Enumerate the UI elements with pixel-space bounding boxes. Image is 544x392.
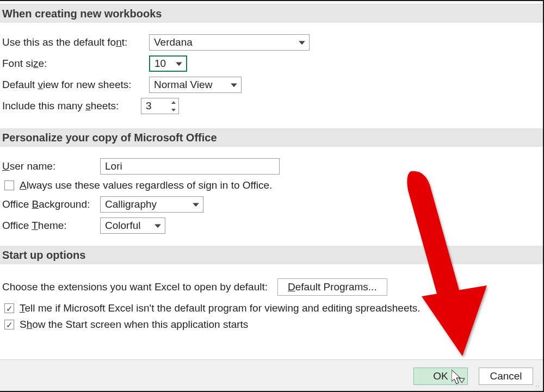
font-size-combo[interactable]: 10 bbox=[149, 55, 187, 72]
font-size-value: 10 bbox=[154, 58, 166, 70]
section-title-personalize: Personalize your copy of Microsoft Offic… bbox=[2, 132, 217, 144]
startup-content: Choose the extensions you want Excel to … bbox=[0, 264, 544, 331]
username-value: Lori bbox=[105, 160, 122, 172]
default-programs-button[interactable]: Default Programs... bbox=[277, 278, 387, 296]
svg-marker-1 bbox=[176, 62, 182, 66]
cancel-button[interactable]: Cancel bbox=[479, 368, 533, 385]
show-start-checkbox[interactable] bbox=[4, 320, 14, 329]
top-strip bbox=[0, 0, 544, 4]
section-title-workbooks: When creating new workbooks bbox=[2, 8, 162, 20]
office-background-value: Calligraphy bbox=[105, 198, 157, 210]
always-use-label: Always use these values regardless of si… bbox=[20, 179, 272, 191]
office-theme-combo[interactable]: Colorful bbox=[100, 217, 165, 234]
svg-marker-6 bbox=[154, 224, 161, 228]
spinner-up-icon[interactable] bbox=[169, 98, 178, 106]
default-font-value: Verdana bbox=[154, 36, 193, 48]
section-title-startup: Start up options bbox=[2, 249, 85, 262]
cancel-label: Cancel bbox=[490, 370, 522, 382]
spinner-down-icon[interactable] bbox=[169, 106, 178, 114]
tell-me-label: Tell me if Microsoft Excel isn't the def… bbox=[20, 302, 421, 314]
dialog-footer: OK Cancel .:::. bbox=[0, 359, 544, 392]
section-header-workbooks: When creating new workbooks bbox=[0, 4, 544, 23]
ok-label: OK bbox=[433, 370, 448, 382]
spinner-buttons[interactable] bbox=[169, 98, 178, 114]
chevron-down-icon bbox=[176, 62, 182, 66]
ok-button[interactable]: OK bbox=[413, 368, 468, 385]
svg-marker-3 bbox=[171, 101, 176, 104]
resize-grip-icon[interactable]: .:::. bbox=[535, 382, 542, 390]
sheets-count-value: 3 bbox=[146, 100, 152, 112]
font-size-label: Font size: bbox=[2, 58, 149, 70]
chevron-down-icon bbox=[193, 203, 199, 207]
svg-marker-0 bbox=[299, 41, 305, 45]
section-header-startup: Start up options bbox=[0, 246, 544, 264]
options-dialog: When creating new workbooks Use this as … bbox=[0, 0, 544, 392]
default-font-combo[interactable]: Verdana bbox=[149, 34, 310, 51]
default-view-combo[interactable]: Normal View bbox=[149, 77, 242, 93]
chevron-down-icon bbox=[231, 83, 237, 87]
default-view-value: Normal View bbox=[154, 79, 212, 91]
svg-marker-5 bbox=[193, 203, 199, 207]
personalize-content: User name: Lori Always use these values … bbox=[0, 147, 544, 234]
tell-me-checkbox[interactable] bbox=[4, 303, 14, 313]
username-input[interactable]: Lori bbox=[100, 158, 280, 175]
office-theme-value: Colorful bbox=[105, 220, 140, 232]
office-background-combo[interactable]: Calligraphy bbox=[100, 196, 203, 213]
svg-marker-4 bbox=[171, 109, 176, 111]
office-theme-label: Office Theme: bbox=[2, 220, 100, 232]
chevron-down-icon bbox=[299, 41, 305, 45]
sheets-count-spinner[interactable]: 3 bbox=[141, 98, 179, 114]
username-label: User name: bbox=[2, 160, 100, 172]
workbooks-content: Use this as the default font: Verdana Fo… bbox=[0, 23, 544, 114]
chevron-down-icon bbox=[154, 224, 161, 228]
section-header-personalize: Personalize your copy of Microsoft Offic… bbox=[0, 128, 544, 147]
sheets-count-label: Include this many sheets: bbox=[2, 100, 141, 112]
svg-marker-2 bbox=[231, 83, 237, 87]
show-start-label: Show the Start screen when this applicat… bbox=[20, 319, 248, 331]
choose-extensions-label: Choose the extensions you want Excel to … bbox=[2, 281, 268, 293]
office-background-label: Office Background: bbox=[2, 198, 100, 210]
always-use-checkbox[interactable] bbox=[4, 181, 14, 190]
default-font-label: Use this as the default font: bbox=[2, 36, 149, 48]
default-view-label: Default view for new sheets: bbox=[2, 79, 149, 91]
